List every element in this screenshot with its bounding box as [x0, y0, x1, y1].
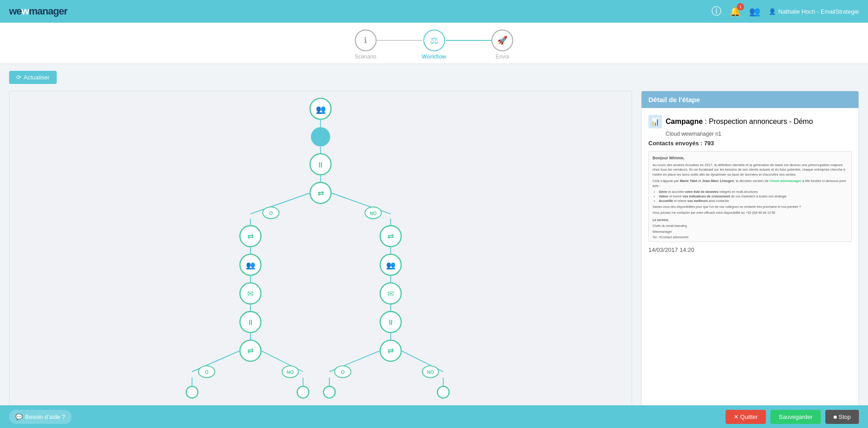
save-button[interactable]: Sauvegarder — [770, 410, 820, 424]
detail-date: 14/03/2017 14:20 — [648, 246, 852, 253]
notifications-icon[interactable]: 🔔 1 — [730, 6, 741, 17]
stop-button[interactable]: ■ Stop — [825, 410, 859, 424]
svg-text:NO: NO — [427, 370, 434, 375]
svg-text:NO: NO — [370, 211, 377, 216]
header: wewmanager ⓘ 🔔 1 👥 👤 Nathalie Hoch - Ema… — [0, 0, 868, 23]
svg-text:NO: NO — [287, 370, 294, 375]
user-info: 👤 Nathalie Hoch - EmailStrategie — [769, 8, 859, 15]
step-envoi-circle: 🚀 — [491, 30, 513, 51]
users-icon[interactable]: 👥 — [749, 6, 760, 17]
chat-icon: 💬 — [15, 413, 23, 420]
contacts-sent: Contacts envoyés : 793 — [648, 140, 852, 147]
user-name: Nathalie Hoch - EmailStrategie — [778, 8, 859, 15]
help-button[interactable]: 💬 Besoin d'aide ? — [9, 410, 72, 424]
logo: wewmanager — [9, 5, 67, 17]
ep-text2: Cela s'appuie par Marie Tabé et Jean-Mar… — [652, 179, 848, 188]
detail-panel-title: Détail de l'étape — [648, 96, 700, 103]
quit-button[interactable]: ✕ Quitter — [726, 410, 766, 424]
campaign-icon: 📊 — [648, 115, 662, 128]
svg-point-52 — [437, 386, 449, 398]
campaign-name: Prospection annonceurs - Démo — [709, 118, 813, 125]
svg-text:✉: ✉ — [247, 290, 254, 298]
svg-text:⏸: ⏸ — [317, 161, 324, 169]
svg-text:O: O — [205, 370, 208, 375]
svg-text:⇄: ⇄ — [247, 347, 254, 355]
ep-signature: Le service, Chefs du email branding Wewm… — [652, 218, 848, 242]
svg-text:O: O — [269, 211, 273, 216]
save-label: Sauvegarder — [779, 413, 812, 420]
svg-text:⇄: ⇄ — [387, 232, 394, 241]
ep-closing: Saviez-vous des disponibilités pour que … — [652, 205, 848, 209]
svg-text:⏸: ⏸ — [247, 318, 255, 327]
node-trigger — [311, 128, 330, 146]
toolbar: ⟳ Actualiser — [0, 64, 868, 91]
stepper: ℹ Scénario ⚖ Workflow 🚀 Envoi — [0, 23, 868, 64]
campaign-separator: : — [705, 118, 709, 125]
campaign-label: Campagne — [666, 118, 703, 125]
refresh-button[interactable]: ⟳ Actualiser — [9, 71, 57, 84]
ep-text: Au cours des années écoulées en 2017, la… — [652, 163, 848, 177]
step-line-2 — [446, 40, 491, 41]
svg-text:✉: ✉ — [387, 290, 394, 298]
ep-sig-name: Le service, — [652, 218, 848, 222]
detail-panel-header: Détail de l'étape — [642, 91, 858, 108]
campaign-row: 📊 Campagne : Prospection annonceurs - Dé… — [648, 115, 852, 128]
refresh-label: Actualiser — [24, 74, 49, 81]
svg-point-50 — [324, 386, 335, 398]
svg-text:⇄: ⇄ — [317, 189, 324, 198]
svg-point-32 — [297, 386, 309, 398]
step-workflow-circle: ⚖ — [423, 30, 445, 51]
stop-label: ■ Stop — [834, 413, 851, 420]
contacts-label: Contacts envoyés : — [648, 140, 702, 147]
svg-line-8 — [331, 193, 391, 214]
svg-text:O: O — [341, 370, 344, 375]
campaign-label-text: Campagne : Prospection annonceurs - Démo — [666, 118, 813, 126]
help-label: Besoin d'aide ? — [25, 413, 65, 420]
svg-text:👥: 👥 — [316, 104, 326, 114]
ep-closing2: Vous pouvez me contacter par votre effic… — [652, 211, 848, 215]
svg-text:⇄: ⇄ — [387, 347, 394, 355]
step-scenario-label: Scénario — [355, 54, 376, 60]
svg-point-30 — [186, 386, 198, 398]
svg-text:👥: 👥 — [386, 261, 396, 270]
step-scenario-circle: ℹ — [355, 30, 377, 51]
help-icon[interactable]: ⓘ — [711, 5, 721, 18]
main-content: 👥 ⏸ ⇄ O NO — [0, 91, 868, 428]
detail-panel-body: 📊 Campagne : Prospection annonceurs - Dé… — [642, 108, 858, 260]
step-scenario[interactable]: ℹ Scénario — [355, 30, 377, 60]
ep-heading: Bonjour M/mme, — [652, 155, 848, 161]
step-workflow-label: Workflow — [422, 54, 446, 60]
quit-label: ✕ Quitter — [734, 413, 758, 420]
refresh-icon: ⟳ — [16, 74, 21, 81]
header-right: ⓘ 🔔 1 👥 👤 Nathalie Hoch - EmailStrategie — [711, 5, 859, 18]
detail-panel: Détail de l'étape 📊 Campagne : Prospecti… — [641, 91, 859, 419]
footer: 💬 Besoin d'aide ? ✕ Quitter Sauvegarder … — [0, 405, 868, 428]
contacts-count: 793 — [704, 140, 714, 147]
step-envoi-label: Envoi — [495, 54, 509, 60]
step-envoi[interactable]: 🚀 Envoi — [491, 30, 513, 60]
step-workflow[interactable]: ⚖ Workflow — [422, 30, 446, 60]
svg-text:👥: 👥 — [246, 261, 255, 270]
notification-badge: 1 — [737, 3, 744, 10]
campaign-sub: Cloud wewmanager n1 — [648, 131, 852, 137]
svg-line-7 — [250, 193, 310, 214]
svg-text:⏸: ⏸ — [387, 318, 395, 327]
svg-text:⇄: ⇄ — [247, 232, 254, 241]
workflow-diagram: 👥 ⏸ ⇄ O NO — [10, 91, 632, 418]
ep-list: Gérer et accroître votre liste de donnée… — [652, 190, 848, 203]
email-preview: Bonjour M/mme, Au cours des années écoul… — [648, 151, 852, 242]
workflow-canvas[interactable]: 👥 ⏸ ⇄ O NO — [9, 91, 632, 419]
step-line-1 — [377, 40, 422, 41]
